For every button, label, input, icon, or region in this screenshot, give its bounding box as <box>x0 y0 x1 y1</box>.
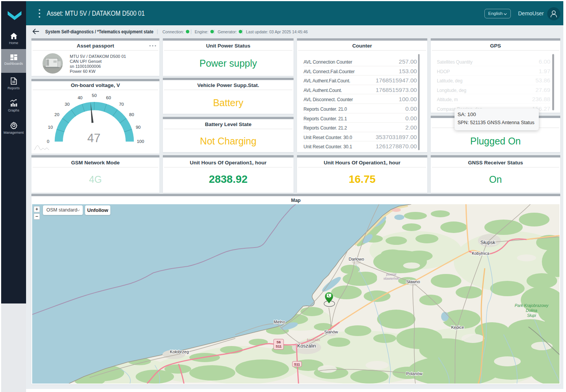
svg-text:80: 80 <box>129 112 134 117</box>
svg-text:20: 20 <box>54 112 59 117</box>
svg-text:70: 70 <box>119 102 124 107</box>
svg-text:sławieński: sławieński <box>383 277 399 280</box>
svg-text:47: 47 <box>87 131 100 145</box>
svg-text:100: 100 <box>137 139 144 144</box>
svg-text:Mielno: Mielno <box>274 320 285 324</box>
svg-text:40: 40 <box>77 95 82 100</box>
svg-text:30: 30 <box>65 102 70 107</box>
svg-text:S6: S6 <box>276 340 281 344</box>
svg-text:Koszalin: Koszalin <box>297 343 316 349</box>
svg-text:Słupsk: Słupsk <box>480 239 495 245</box>
svg-text:Kobylnica: Kobylnica <box>472 251 489 256</box>
svg-text:Sławno: Sławno <box>406 279 420 284</box>
svg-text:Darłowo: Darłowo <box>349 257 364 261</box>
svg-text:powiat: powiat <box>386 272 397 276</box>
svg-text:Park Krajobrazowy: Park Krajobrazowy <box>515 303 549 308</box>
svg-text:Sianów: Sianów <box>324 330 338 334</box>
svg-text:10: 10 <box>48 125 53 130</box>
svg-text:koszalin: koszalin <box>307 338 320 342</box>
svg-text:60: 60 <box>106 95 111 100</box>
svg-text:50: 50 <box>92 93 97 98</box>
svg-text:0: 0 <box>47 139 49 144</box>
svg-text:90: 90 <box>136 125 141 130</box>
svg-text:Dolina: Dolina <box>526 308 537 313</box>
svg-text:S11: S11 <box>276 344 282 348</box>
svg-text:Polanów: Polanów <box>406 371 422 376</box>
svg-text:S11: S11 <box>294 362 300 366</box>
svg-text:Kępice: Kępice <box>451 325 464 330</box>
svg-text:Kołobrzeg: Kołobrzeg <box>170 349 189 354</box>
svg-text:Słupi: Słupi <box>527 313 536 318</box>
